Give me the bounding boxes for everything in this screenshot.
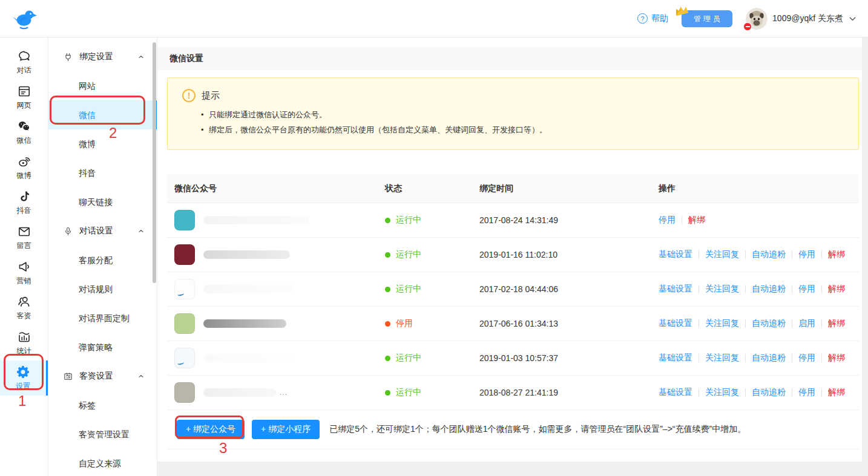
bind-mini-program-button[interactable]: + 绑定小程序 xyxy=(252,420,320,439)
submenu-section-dialog[interactable]: 对话设置 xyxy=(48,217,157,246)
action-link[interactable]: 停用 xyxy=(798,284,815,295)
submenu-item[interactable]: 弹窗策略 xyxy=(48,333,157,362)
action-link[interactable]: 关注回复 xyxy=(705,387,739,398)
action-link[interactable]: 停用 xyxy=(798,387,815,398)
account-cell xyxy=(167,210,378,230)
action-link[interactable]: 自动追粉 xyxy=(752,387,786,398)
action-link[interactable]: 基础设置 xyxy=(659,318,692,329)
submenu-item[interactable]: 对话规则 xyxy=(48,275,157,304)
action-link[interactable]: 基础设置 xyxy=(659,353,692,364)
action-separator xyxy=(745,388,746,397)
action-separator xyxy=(745,285,746,293)
action-link[interactable]: 基础设置 xyxy=(659,387,692,398)
submenu-item[interactable]: 聊天链接 xyxy=(48,187,157,217)
action-link[interactable]: 停用 xyxy=(798,249,815,260)
action-link[interactable]: 解绑 xyxy=(828,284,845,295)
sidebar-item-settings[interactable]: 设置 xyxy=(0,360,48,396)
action-link[interactable]: 自动追粉 xyxy=(752,353,786,364)
action-link[interactable]: 自动追粉 xyxy=(752,249,786,260)
action-link[interactable]: 关注回复 xyxy=(705,284,739,295)
submenu-item[interactable]: 微博 xyxy=(48,129,157,158)
account-avatar xyxy=(174,382,195,403)
submenu-scrollbar[interactable] xyxy=(153,42,156,283)
bind-time-cell: 2019-01-03 10:57:37 xyxy=(472,353,651,363)
content: ! 提示 只能绑定通过微信认证的公众号。 绑定后，微信公众平台原有的功能仍然可以… xyxy=(157,70,862,449)
action-link[interactable]: 解绑 xyxy=(828,249,845,260)
submenu-item[interactable]: 抖音 xyxy=(48,158,157,187)
action-link[interactable]: 关注回复 xyxy=(705,318,739,329)
sidebar-item-chat[interactable]: 对话 xyxy=(0,45,48,80)
sidebar-item-wechat[interactable]: 微信 xyxy=(0,115,48,150)
status-label: 运行中 xyxy=(396,249,421,260)
mail-icon xyxy=(17,224,31,239)
submenu-item[interactable]: 微信 xyxy=(48,100,157,129)
action-separator xyxy=(792,354,792,362)
user-menu[interactable]: 1009@yqkf 关东煮 xyxy=(746,8,856,30)
caret-up-icon xyxy=(137,227,145,235)
app-logo-bird-icon[interactable] xyxy=(11,5,39,33)
status-dot-icon xyxy=(385,218,390,223)
action-link[interactable]: 停用 xyxy=(659,215,676,226)
account-avatar xyxy=(174,279,195,299)
submenu-section-leads[interactable]: 客资设置 xyxy=(48,362,157,391)
bind-time-cell: 2018-08-27 21:41:19 xyxy=(472,388,651,397)
action-link[interactable]: 停用 xyxy=(798,353,815,364)
page-title: 微信设置 xyxy=(157,47,862,70)
submenu-item[interactable]: 标签 xyxy=(48,391,157,420)
submenu-item[interactable]: 自定义来源 xyxy=(48,449,157,476)
submenu-item[interactable]: 客服分配 xyxy=(48,246,157,275)
sidebar-item-douyin[interactable]: 抖音 xyxy=(0,185,48,220)
table-row: 运行中2019-01-16 11:02:10基础设置关注回复自动追粉停用解绑 xyxy=(167,238,859,272)
table-row: 停用2017-06-16 01:34:13基础设置关注回复自动追粉启用解绑 xyxy=(167,307,859,341)
weibo-icon xyxy=(17,154,31,169)
notice-bullet: 只能绑定通过微信认证的公众号。 xyxy=(182,107,844,122)
action-link[interactable]: 解绑 xyxy=(828,387,845,398)
action-link[interactable]: 基础设置 xyxy=(659,249,692,260)
douyin-icon xyxy=(17,189,31,204)
sidebar-item-weibo[interactable]: 微博 xyxy=(0,150,48,185)
action-separator xyxy=(792,388,792,397)
action-separator xyxy=(699,354,699,362)
sidebar-item-market[interactable]: 营销 xyxy=(0,255,48,290)
bind-official-account-button[interactable]: + 绑定公众号 xyxy=(177,420,245,439)
user-avatar xyxy=(746,8,768,30)
action-link[interactable]: 自动追粉 xyxy=(752,284,786,295)
submenu-item[interactable]: 对话界面定制 xyxy=(48,304,157,333)
action-separator xyxy=(821,388,822,397)
action-link[interactable]: 启用 xyxy=(798,318,815,329)
status-dot-icon xyxy=(385,356,390,361)
action-link[interactable]: 基础设置 xyxy=(659,284,692,295)
status-cell: 停用 xyxy=(378,318,472,329)
action-link[interactable]: 解绑 xyxy=(688,215,705,226)
action-link[interactable]: 解绑 xyxy=(828,318,845,329)
status-label: 运行中 xyxy=(396,284,421,295)
megaphone-icon xyxy=(17,259,31,274)
help-button[interactable]: ? 帮助 xyxy=(637,13,668,24)
account-avatar xyxy=(174,313,195,334)
actions-cell: 停用解绑 xyxy=(651,215,859,226)
sidebar-item-stats[interactable]: 统计 xyxy=(0,325,48,360)
account-name-redacted xyxy=(203,319,286,328)
action-link[interactable]: 解绑 xyxy=(828,353,845,364)
sidebar-item-label: 对话 xyxy=(17,65,31,76)
status-label: 停用 xyxy=(396,318,413,329)
action-separator xyxy=(699,388,699,397)
submenu-item[interactable]: 客资管理设置 xyxy=(48,420,157,449)
sidebar-item-label: 网页 xyxy=(17,100,31,111)
action-link[interactable]: 关注回复 xyxy=(705,353,739,364)
account-avatar xyxy=(174,244,195,265)
notice-list: 只能绑定通过微信认证的公众号。 绑定后，微信公众平台原有的功能仍然可以使用（包括… xyxy=(182,107,844,137)
notice-bullet: 绑定后，微信公众平台原有的功能仍然可以使用（包括自定义菜单、关键词回复、开发接口… xyxy=(182,122,844,137)
account-avatar xyxy=(174,348,195,368)
sidebar-item-message[interactable]: 留言 xyxy=(0,220,48,255)
sidebar-item-leads[interactable]: 客资 xyxy=(0,290,48,325)
submenu-item[interactable]: 网站 xyxy=(48,71,157,100)
actions-cell: 基础设置关注回复自动追粉停用解绑 xyxy=(651,284,859,295)
action-link[interactable]: 自动追粉 xyxy=(752,318,786,329)
action-link[interactable]: 关注回复 xyxy=(705,249,739,260)
sidebar-item-web[interactable]: 网页 xyxy=(0,80,48,115)
notice-box: ! 提示 只能绑定通过微信认证的公众号。 绑定后，微信公众平台原有的功能仍然可以… xyxy=(167,77,859,150)
action-separator xyxy=(699,250,699,259)
submenu-section-binding[interactable]: 绑定设置 xyxy=(48,42,157,71)
notice-title: 提示 xyxy=(202,90,220,102)
